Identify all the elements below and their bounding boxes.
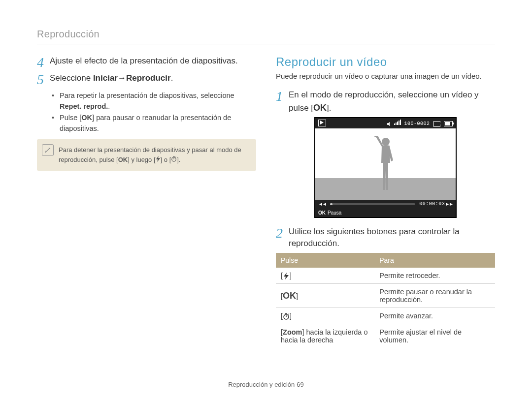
- step-text: Seleccione Iniciar → Reproducir.: [50, 72, 173, 87]
- step-5: 5 Seleccione Iniciar → Reproducir.: [37, 72, 256, 87]
- controls-table: Pulse Para [] Permite retroceder.: [276, 253, 495, 348]
- ok-icon: OK: [318, 210, 326, 216]
- table-cell: Permite retroceder.: [374, 268, 495, 284]
- video-frame: [315, 128, 456, 200]
- table-header-para: Para: [374, 253, 495, 268]
- screen-status-bar: 100-0002: [315, 118, 456, 128]
- step-1: 1 En el modo de reproducción, seleccione…: [276, 89, 495, 114]
- step-number: 1: [276, 89, 289, 114]
- rewind-icon: ◄◄: [318, 201, 326, 207]
- bullet-pause: Pulse [OK] para pausar o reanudar la pre…: [52, 112, 256, 134]
- pause-label: Pausa: [328, 210, 341, 216]
- left-column: 4 Ajuste el efecto de la presentación de…: [37, 55, 256, 348]
- note-icon: [42, 144, 54, 156]
- step-number: 4: [37, 55, 50, 69]
- flash-button: []: [276, 268, 374, 284]
- ok-icon: OK: [118, 156, 128, 163]
- step-text: Utilice los siguientes botones para cont…: [289, 226, 495, 250]
- ok-button: [OK]: [276, 284, 374, 308]
- speaker-icon: [387, 121, 393, 126]
- svg-point-1: [382, 138, 390, 146]
- progress-track: [330, 203, 415, 205]
- right-column: Reproducir un vídeo Puede reproducir un …: [276, 55, 495, 348]
- divider: [37, 44, 495, 44]
- memory-card-icon: [433, 121, 440, 127]
- zoom-button: [Zoom] hacia la izquierda o hacia la der…: [276, 324, 374, 348]
- screen-hint-bar: OK Pausa: [315, 209, 456, 217]
- file-counter: 100-0002: [404, 121, 430, 126]
- step-2: 2 Utilice los siguientes botones para co…: [276, 226, 495, 250]
- battery-icon: [444, 121, 453, 126]
- ok-icon: OK: [81, 114, 92, 122]
- volume-bars-icon: [394, 120, 401, 125]
- table-cell: Permite avanzar.: [374, 308, 495, 324]
- step-4: 4 Ajuste el efecto de la presentación de…: [37, 55, 256, 69]
- table-row: [Zoom] hacia la izquierda o hacia la der…: [276, 324, 495, 348]
- table-cell: Permite pausar o reanudar la reproducció…: [374, 284, 495, 308]
- step-number: 2: [276, 226, 289, 250]
- note-box: Para detener la presentación de diaposit…: [37, 139, 256, 171]
- table-header-pulse: Pulse: [276, 253, 374, 268]
- forward-icon: ►►: [445, 201, 453, 207]
- section-subtitle: Puede reproducir un vídeo o capturar una…: [276, 72, 495, 80]
- bullet-repeat: Para repetir la presentación de diaposit…: [52, 90, 256, 112]
- svg-point-0: [172, 157, 176, 162]
- camera-screen: 100-0002: [314, 117, 457, 217]
- progress-bar: ◄◄ 00:00:03 ►►: [315, 200, 456, 209]
- table-row: [] Permite avanzar.: [276, 308, 495, 324]
- table-row: [OK] Permite pausar o reanudar la reprod…: [276, 284, 495, 308]
- table-cell: Permite ajustar el nivel de volumen.: [374, 324, 495, 348]
- step-5-bullets: Para repetir la presentación de diaposit…: [52, 90, 256, 134]
- ok-icon: OK: [313, 103, 327, 113]
- step-number: 5: [37, 72, 50, 87]
- table-row: [] Permite retroceder.: [276, 268, 495, 284]
- svg-rect-2: [374, 136, 378, 137]
- timer-button: []: [276, 308, 374, 324]
- breadcrumb: Reproducción: [37, 29, 495, 40]
- flash-icon: [156, 155, 161, 165]
- timer-icon: [171, 155, 177, 165]
- elapsed-time: 00:00:03: [419, 201, 445, 207]
- person-silhouette-icon: [373, 136, 398, 195]
- section-title: Reproducir un vídeo: [276, 55, 495, 69]
- step-text: Ajuste el efecto de la presentación de d…: [50, 55, 238, 69]
- step-text: En el modo de reproducción, seleccione u…: [289, 89, 495, 114]
- page-footer: Reproducción y edición69: [0, 381, 532, 388]
- playback-mode-icon: [318, 120, 326, 126]
